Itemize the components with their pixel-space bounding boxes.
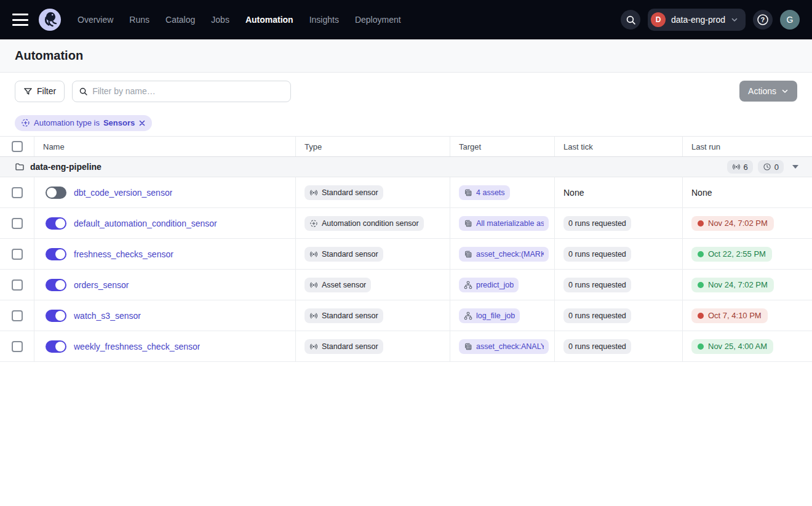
column-header-name: Name bbox=[34, 137, 296, 156]
sensor-toggle[interactable] bbox=[46, 279, 66, 291]
select-all-checkbox[interactable] bbox=[12, 141, 23, 152]
last-run-badge[interactable]: Oct 7, 4:10 PM bbox=[691, 308, 768, 323]
nav-item-jobs[interactable]: Jobs bbox=[211, 15, 229, 25]
code-location-group-row: data-eng-pipeline 6 0 bbox=[0, 157, 812, 177]
sensor-count-pill: 6 bbox=[727, 160, 753, 174]
dagster-logo-icon[interactable] bbox=[38, 8, 62, 31]
job-icon bbox=[464, 311, 472, 320]
asset-icon bbox=[464, 188, 472, 197]
sensor-name-link[interactable]: watch_s3_sensor bbox=[74, 311, 141, 321]
automations-table: Name Type Target Last tick Last run data… bbox=[0, 136, 812, 362]
sensor-name-link[interactable]: dbt_code_version_sensor bbox=[74, 188, 172, 198]
filter-button[interactable]: Filter bbox=[15, 81, 65, 102]
target-label: All materializable assets bbox=[476, 219, 544, 228]
avatar[interactable]: G bbox=[780, 10, 800, 30]
row-checkbox[interactable] bbox=[12, 249, 23, 260]
type-pill: Standard sensor bbox=[304, 308, 383, 323]
last-run-badge[interactable]: Nov 24, 7:02 PM bbox=[691, 278, 774, 292]
last-tick-label: 0 runs requested bbox=[568, 219, 626, 228]
sensor-icon bbox=[309, 311, 318, 320]
target-label: log_file_job bbox=[476, 311, 515, 320]
last-run-time: Oct 22, 2:55 PM bbox=[708, 249, 766, 259]
sensor-icon bbox=[309, 250, 318, 259]
deployment-switcher[interactable]: D data-eng-prod bbox=[648, 9, 746, 31]
menu-hamburger-icon[interactable] bbox=[12, 14, 28, 26]
last-run-time: Oct 7, 4:10 PM bbox=[708, 311, 762, 320]
sensor-toggle[interactable] bbox=[46, 310, 66, 322]
asset-icon bbox=[464, 219, 472, 228]
sensor-toggle[interactable] bbox=[46, 187, 66, 199]
row-checkbox[interactable] bbox=[12, 218, 23, 229]
run-status-dot-icon bbox=[698, 282, 704, 288]
target-link[interactable]: 4 assets bbox=[459, 185, 510, 200]
table-row: default_automation_condition_sensor Auto… bbox=[0, 208, 812, 239]
last-run-badge[interactable]: Nov 25, 4:00 AM bbox=[691, 339, 773, 354]
title-band: Automation bbox=[0, 39, 812, 73]
last-tick-pill[interactable]: 0 runs requested bbox=[563, 339, 631, 354]
table-row: dbt_code_version_sensor Standard sensor … bbox=[0, 177, 812, 208]
topbar: OverviewRunsCatalogJobsAutomationInsight… bbox=[0, 0, 812, 39]
table-row: watch_s3_sensor Standard sensor log_file… bbox=[0, 300, 812, 331]
target-link[interactable]: predict_job bbox=[459, 278, 519, 292]
name-filter-input[interactable] bbox=[92, 86, 284, 96]
table-row: freshness_checks_sensor Standard sensor … bbox=[0, 239, 812, 270]
nav-item-overview[interactable]: Overview bbox=[78, 15, 113, 25]
row-checkbox[interactable] bbox=[12, 341, 23, 352]
row-checkbox[interactable] bbox=[12, 310, 23, 321]
sensor-toggle[interactable] bbox=[46, 340, 66, 353]
type-pill: Asset sensor bbox=[304, 278, 371, 292]
close-icon[interactable] bbox=[138, 119, 146, 127]
last-tick-pill[interactable]: 0 runs requested bbox=[563, 247, 631, 262]
collapse-group-button[interactable] bbox=[789, 163, 802, 171]
last-tick-pill[interactable]: 0 runs requested bbox=[563, 278, 631, 292]
target-label: asset_check:ANALYTICS bbox=[476, 342, 544, 351]
deployment-initial-badge: D bbox=[651, 12, 666, 27]
target-link[interactable]: All materializable assets bbox=[459, 216, 549, 231]
last-tick-value: None bbox=[563, 188, 584, 198]
type-label: Standard sensor bbox=[322, 311, 378, 320]
target-link[interactable]: log_file_job bbox=[459, 308, 520, 323]
search-icon bbox=[79, 87, 88, 96]
nav-item-insights[interactable]: Insights bbox=[309, 15, 339, 25]
chevron-down-icon bbox=[781, 87, 789, 95]
search-button[interactable] bbox=[621, 10, 640, 30]
type-pill: Standard sensor bbox=[304, 247, 383, 262]
last-run-badge[interactable]: Nov 24, 7:02 PM bbox=[691, 216, 774, 231]
sensor-name-link[interactable]: freshness_checks_sensor bbox=[74, 249, 173, 259]
automation-icon bbox=[309, 219, 318, 228]
sensor-name-link[interactable]: orders_sensor bbox=[74, 280, 129, 290]
last-tick-label: 0 runs requested bbox=[568, 342, 626, 351]
last-run-badge[interactable]: Oct 22, 2:55 PM bbox=[691, 247, 772, 262]
last-tick-label: 0 runs requested bbox=[568, 311, 626, 320]
filter-tag-automation-type[interactable]: Automation type is Sensors bbox=[15, 115, 152, 131]
last-tick-pill[interactable]: 0 runs requested bbox=[563, 216, 631, 231]
run-status-dot-icon bbox=[698, 313, 704, 319]
nav-item-runs[interactable]: Runs bbox=[129, 15, 149, 25]
schedule-count: 0 bbox=[774, 163, 779, 172]
nav-item-deployment[interactable]: Deployment bbox=[355, 15, 401, 25]
sensor-icon bbox=[309, 188, 318, 197]
sensor-toggle[interactable] bbox=[46, 217, 66, 230]
filter-tag-value: Sensors bbox=[103, 118, 135, 127]
search-icon bbox=[626, 15, 636, 25]
nav-item-automation[interactable]: Automation bbox=[245, 15, 293, 25]
column-header-last-run: Last run bbox=[683, 137, 812, 156]
target-link[interactable]: asset_check:(MARKETING bbox=[459, 247, 549, 262]
last-tick-pill[interactable]: 0 runs requested bbox=[563, 308, 631, 323]
active-filters-row: Automation type is Sensors bbox=[0, 110, 812, 136]
sensor-name-link[interactable]: default_automation_condition_sensor bbox=[74, 219, 217, 228]
funnel-icon bbox=[23, 87, 33, 96]
row-checkbox[interactable] bbox=[12, 279, 23, 291]
sensor-toggle[interactable] bbox=[46, 248, 66, 260]
filter-tag-prefix: Automation type is bbox=[34, 118, 100, 127]
target-link[interactable]: asset_check:ANALYTICS bbox=[459, 339, 549, 354]
row-checkbox[interactable] bbox=[12, 187, 23, 198]
last-run-value: None bbox=[691, 188, 712, 198]
actions-button[interactable]: Actions bbox=[739, 81, 797, 102]
nav-item-catalog[interactable]: Catalog bbox=[165, 15, 195, 25]
sensor-count: 6 bbox=[744, 163, 748, 172]
sensor-name-link[interactable]: weekly_freshness_check_sensor bbox=[74, 342, 200, 351]
help-button[interactable]: ? bbox=[753, 10, 773, 30]
type-pill: Standard sensor bbox=[304, 339, 383, 354]
table-row: orders_sensor Asset sensor predict_job 0… bbox=[0, 270, 812, 300]
